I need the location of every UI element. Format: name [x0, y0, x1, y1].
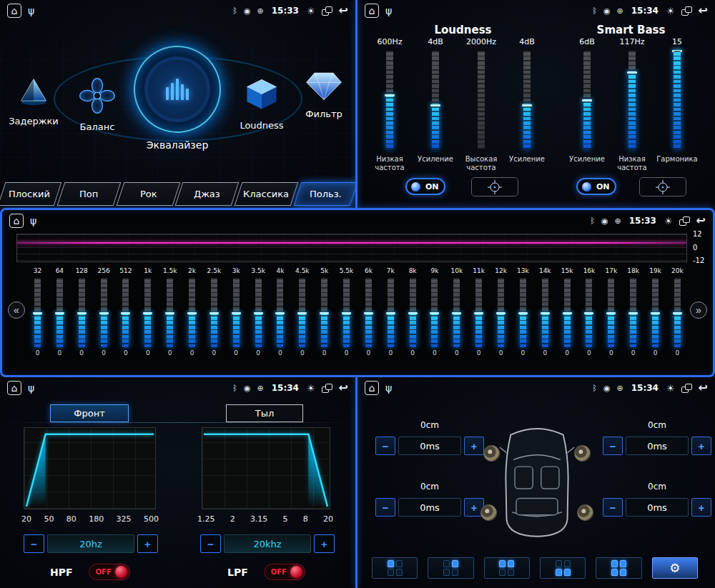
back-icon[interactable]: ↩ — [699, 382, 708, 394]
delay-minus-button[interactable]: − — [375, 498, 395, 517]
recent-apps-icon[interactable] — [681, 6, 692, 16]
back-icon[interactable]: ↩ — [696, 215, 706, 226]
slider-track[interactable] — [475, 278, 482, 347]
home-icon[interactable]: ⌂ — [7, 4, 21, 18]
hpf-minus-button[interactable]: − — [24, 534, 44, 553]
delay-minus-button[interactable]: − — [603, 437, 623, 455]
hpf-frequency-slider[interactable]: 20hz — [47, 534, 134, 553]
menu-item-delays[interactable]: Задержки — [3, 73, 64, 126]
home-icon[interactable]: ⌂ — [7, 381, 21, 395]
preset-tab[interactable]: Рок — [116, 182, 180, 206]
recent-apps-icon[interactable] — [681, 384, 692, 393]
slider-track[interactable] — [630, 278, 636, 347]
slider-track[interactable] — [343, 278, 350, 347]
band-freq-label: 1.5k — [160, 267, 179, 276]
slider-track[interactable] — [431, 278, 438, 347]
delay-minus-button[interactable]: − — [603, 498, 623, 517]
hpf-toggle[interactable]: OFF — [89, 564, 130, 580]
preset-tab[interactable]: Поп — [56, 182, 121, 206]
home-icon[interactable]: ⌂ — [365, 4, 379, 18]
lpf-toggle[interactable]: OFF — [264, 564, 305, 580]
prev-page-button[interactable]: « — [8, 302, 25, 319]
delay-plus-button[interactable]: + — [691, 437, 711, 455]
lpf-plus-button[interactable]: + — [314, 534, 335, 553]
slider-track[interactable] — [628, 51, 636, 149]
seat-preset-button[interactable] — [372, 557, 418, 579]
seat-preset-button[interactable] — [596, 557, 641, 579]
recent-apps-icon[interactable] — [322, 384, 332, 393]
menu-item-filter[interactable]: Фильтр — [295, 67, 353, 119]
slider-track[interactable] — [542, 278, 548, 347]
hpf-plus-button[interactable]: + — [137, 534, 158, 553]
slider-track[interactable] — [189, 278, 195, 347]
slider-track[interactable] — [388, 278, 394, 347]
settings-button[interactable]: ⚙ — [652, 557, 698, 579]
loudness-on-toggle[interactable]: ON — [405, 178, 445, 195]
brightness-icon[interactable]: ☀ — [664, 216, 673, 226]
preset-tab[interactable]: Джаз — [175, 182, 240, 206]
next-page-button[interactable]: » — [690, 302, 707, 319]
menu-item-balance[interactable]: Баланс — [67, 76, 127, 132]
delay-minus-button[interactable]: − — [375, 437, 395, 455]
slider-track[interactable] — [122, 278, 129, 347]
back-icon[interactable]: ↩ — [699, 5, 708, 16]
seat-preset-button[interactable] — [428, 557, 473, 579]
slider-track[interactable] — [255, 278, 262, 347]
slider-track[interactable] — [167, 278, 173, 347]
brightness-icon[interactable]: ☀ — [307, 6, 315, 16]
band-freq-label: 32 — [28, 267, 47, 276]
slider-track[interactable] — [674, 278, 681, 347]
slider-track[interactable] — [386, 51, 393, 149]
slider-track[interactable] — [478, 51, 485, 149]
slider-track[interactable] — [211, 278, 217, 347]
menu-item-loudness[interactable]: Loudness — [230, 74, 293, 131]
slider-track[interactable] — [144, 278, 151, 347]
home-icon[interactable]: ⌂ — [9, 214, 24, 228]
location-icon: ⊕ — [615, 217, 621, 225]
seat-preset-button[interactable] — [540, 557, 586, 579]
menu-item-equalizer[interactable]: Эквалайзер — [129, 46, 226, 151]
brightness-icon[interactable]: ☀ — [666, 384, 675, 393]
recent-apps-icon[interactable] — [322, 6, 332, 16]
tab-front[interactable]: Фронт — [50, 404, 129, 422]
delay-plus-button[interactable]: + — [464, 437, 484, 455]
slider-track[interactable] — [520, 278, 526, 347]
preset-tab[interactable]: Плоский — [0, 182, 61, 206]
delay-plus-button[interactable]: + — [691, 498, 711, 517]
slider-track[interactable] — [56, 278, 63, 347]
preset-tab[interactable]: Классика — [235, 182, 299, 206]
slider-track[interactable] — [652, 278, 659, 347]
brightness-icon[interactable]: ☀ — [666, 6, 675, 16]
lpf-minus-button[interactable]: − — [200, 534, 221, 553]
slider-track[interactable] — [498, 278, 504, 347]
slider-track[interactable] — [523, 51, 531, 149]
slider-track[interactable] — [365, 278, 372, 347]
brightness-icon[interactable]: ☀ — [307, 384, 315, 393]
slider-track[interactable] — [432, 51, 439, 149]
smartbass-on-toggle[interactable]: ON — [576, 178, 616, 195]
slider-track[interactable] — [299, 278, 305, 347]
slider-track[interactable] — [321, 278, 327, 347]
recent-apps-icon[interactable] — [679, 216, 690, 226]
loudness-target-button[interactable] — [471, 177, 518, 196]
slider-track[interactable] — [586, 278, 592, 347]
slider-track[interactable] — [564, 278, 571, 347]
slider-track[interactable] — [583, 51, 591, 149]
preset-tab[interactable]: Польз. — [294, 182, 355, 206]
back-icon[interactable]: ↩ — [339, 5, 348, 16]
slider-track[interactable] — [233, 278, 240, 347]
home-icon[interactable]: ⌂ — [365, 381, 379, 395]
back-icon[interactable]: ↩ — [339, 382, 348, 394]
slider-track[interactable] — [79, 278, 85, 347]
slider-track[interactable] — [277, 278, 283, 347]
smartbass-target-button[interactable] — [639, 177, 686, 196]
seat-preset-button[interactable] — [484, 557, 530, 579]
slider-track[interactable] — [674, 51, 681, 149]
slider-track[interactable] — [410, 278, 416, 347]
slider-track[interactable] — [101, 278, 107, 347]
lpf-frequency-slider[interactable]: 20khz — [224, 534, 311, 553]
slider-track[interactable] — [34, 278, 41, 347]
tab-rear[interactable]: Тыл — [226, 404, 303, 422]
slider-track[interactable] — [608, 278, 614, 347]
slider-track[interactable] — [453, 278, 460, 347]
